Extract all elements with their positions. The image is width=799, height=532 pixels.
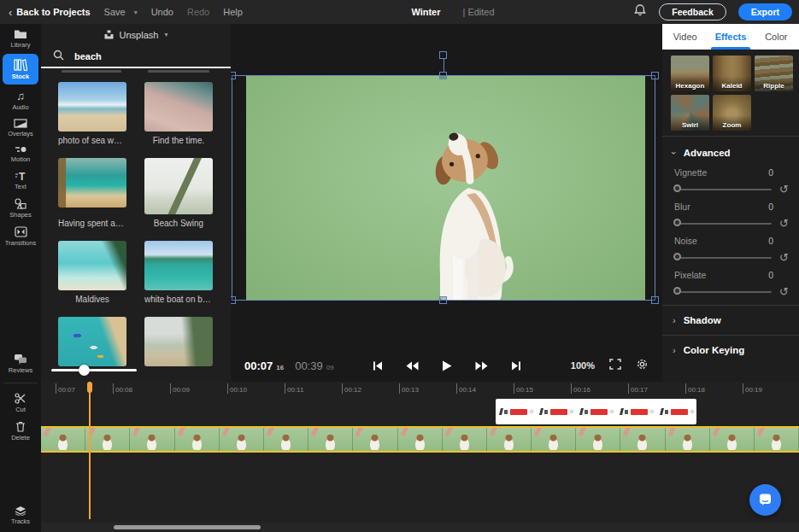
stock-search-bar — [41, 45, 231, 68]
sidebar-item-library[interactable]: Library — [0, 24, 41, 52]
video-frame-green-screen[interactable] — [246, 75, 645, 301]
stock-thumbnail-palm-swing[interactable] — [144, 158, 213, 214]
sidebar-item-label: Stock — [12, 73, 29, 80]
slider-thumb[interactable] — [673, 253, 681, 260]
chat-support-button[interactable] — [749, 484, 781, 516]
fullscreen-icon[interactable] — [609, 358, 621, 373]
rotation-handle[interactable] — [439, 51, 447, 59]
pixelate-slider[interactable] — [674, 291, 772, 293]
save-dropdown-caret-icon[interactable]: ▾ — [134, 9, 138, 16]
stock-thumbnail-aerial-boats[interactable] — [58, 317, 126, 366]
effect-ripple[interactable]: Ripple — [755, 56, 793, 91]
effect-label: Hexagon — [671, 76, 709, 91]
sidebar-item-overlays[interactable]: Overlays — [0, 114, 41, 141]
reset-icon[interactable]: ↺ — [779, 185, 789, 194]
stock-result-item[interactable]: white boat on body ... — [144, 241, 213, 306]
sidebar-item-cut[interactable]: Cut — [0, 389, 41, 417]
overlay-icon — [14, 119, 27, 128]
stock-result-item[interactable] — [144, 317, 213, 382]
effect-swirl[interactable]: Swirl — [671, 95, 709, 131]
slider-thumb[interactable] — [673, 287, 681, 295]
search-input[interactable] — [74, 51, 203, 61]
stock-result-item[interactable]: photo of sea waves — [58, 82, 126, 147]
resize-handle-bottom-right[interactable] — [651, 296, 659, 304]
stock-thumbnail-pink-beach[interactable] — [144, 82, 213, 132]
redo-button[interactable]: Redo — [187, 7, 209, 17]
fast-forward-button[interactable] — [475, 361, 488, 371]
effect-kaleid[interactable]: Kaleid — [713, 56, 751, 91]
sidebar-item-label: Cut — [15, 406, 26, 413]
svg-text:T: T — [19, 171, 26, 181]
stock-result-item[interactable]: Having spent an idyl... — [58, 158, 126, 230]
stock-thumbnail-white-boat[interactable] — [144, 241, 213, 290]
sidebar-item-shapes[interactable]: Shapes — [0, 194, 41, 222]
stock-caption: Having spent an idyl... — [58, 214, 126, 230]
provider-dropdown[interactable]: Unsplash ▾ — [41, 24, 231, 45]
stock-caption: Maldives — [58, 290, 126, 306]
slider-thumb[interactable] — [673, 219, 681, 226]
color-keying-section-header[interactable]: › Color Keying — [662, 336, 799, 365]
noise-slider[interactable] — [674, 257, 772, 259]
tab-color[interactable]: Color — [754, 24, 799, 50]
thumbnail-size-slider[interactable] — [51, 364, 137, 376]
stock-result-item[interactable]: Beach Swing — [144, 158, 213, 230]
save-button[interactable]: Save — [104, 7, 126, 17]
effect-zoom[interactable]: Zoom — [713, 95, 751, 131]
help-button[interactable]: Help — [223, 7, 243, 17]
skip-to-end-button[interactable] — [511, 361, 521, 371]
panel-tabs: Video Effects Color — [662, 24, 799, 50]
back-to-projects-button[interactable]: ‹ Back to Projects — [9, 6, 91, 19]
resize-handle-top-right[interactable] — [651, 72, 659, 79]
playhead[interactable] — [89, 382, 91, 519]
player-controls: 00:07 16 00:39 09 100% — [231, 349, 662, 382]
undo-button[interactable]: Undo — [151, 7, 173, 17]
tab-video[interactable]: Video — [662, 24, 708, 50]
sidebar-item-transitions[interactable]: Transitions — [0, 222, 41, 250]
ruler-tick: 00:07 — [56, 383, 113, 394]
preview-zoom-level[interactable]: 100% — [571, 360, 595, 371]
project-title[interactable]: Winter — [411, 7, 440, 17]
video-clip-selected[interactable] — [41, 426, 799, 453]
sidebar-item-label: Transitions — [5, 239, 36, 247]
sidebar-item-stock[interactable]: Stock — [3, 54, 38, 85]
reset-icon[interactable]: ↺ — [779, 219, 789, 228]
chevron-down-icon: › — [669, 151, 679, 155]
advanced-section-header[interactable]: › Advanced — [662, 137, 799, 160]
slider-thumb[interactable] — [673, 184, 681, 192]
slider-thumb[interactable] — [79, 365, 90, 376]
rewind-button[interactable] — [406, 361, 419, 371]
overlay-clip[interactable] — [496, 399, 696, 424]
skip-to-start-button[interactable] — [373, 361, 383, 371]
sidebar-item-audio[interactable]: ♫ Audio — [0, 86, 41, 114]
slider-track[interactable] — [51, 369, 137, 371]
sidebar-item-label: Reviews — [9, 366, 32, 374]
sidebar-item-motion[interactable]: Motion — [0, 141, 41, 167]
stock-thumbnail-beach-cliff[interactable] — [144, 317, 213, 366]
settings-gear-icon[interactable] — [636, 358, 649, 374]
sidebar-item-tracks[interactable]: Tracks — [0, 501, 41, 529]
shadow-section-header[interactable]: › Shadow — [662, 306, 799, 335]
notifications-bell-icon[interactable] — [633, 3, 647, 20]
ruler-tick: 00:17 — [628, 383, 685, 394]
stock-result-item[interactable]: Maldives — [58, 241, 126, 306]
sidebar-item-text[interactable]: T Text — [0, 167, 41, 194]
effect-hexagon[interactable]: Hexagon — [671, 56, 709, 91]
stock-thumbnail-sea-waves[interactable] — [58, 82, 126, 132]
stock-result-item[interactable]: Find the time. — [144, 82, 213, 147]
blur-slider[interactable] — [674, 223, 772, 225]
tab-effects[interactable]: Effects — [708, 24, 753, 50]
stock-thumbnail-beach-path[interactable] — [58, 158, 126, 208]
export-button[interactable]: Export — [738, 3, 792, 20]
sidebar-item-delete[interactable]: Delete — [0, 417, 41, 445]
play-button[interactable] — [442, 360, 452, 371]
sidebar-item-reviews[interactable]: Reviews — [0, 349, 41, 377]
feedback-button[interactable]: Feedback — [659, 3, 726, 20]
vignette-slider[interactable] — [674, 189, 772, 190]
reset-icon[interactable]: ↺ — [779, 254, 789, 262]
reset-icon[interactable]: ↺ — [779, 288, 789, 296]
stock-thumbnail-maldives[interactable] — [58, 241, 126, 290]
effect-label: Swirl — [671, 115, 709, 131]
timeline-ruler[interactable]: 00:07 00:08 00:09 00:10 00:11 00:12 00:1… — [41, 382, 799, 395]
timeline-scrollbar[interactable] — [114, 525, 261, 529]
slider-value: 0 — [768, 236, 773, 246]
